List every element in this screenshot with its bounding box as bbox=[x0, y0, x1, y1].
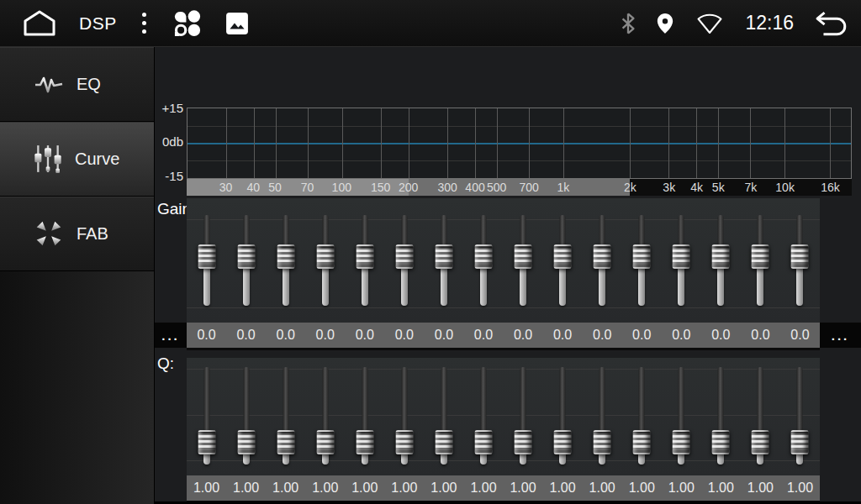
gridline bbox=[188, 160, 851, 161]
q-slider[interactable] bbox=[504, 367, 543, 465]
slider-track bbox=[796, 453, 803, 465]
slider-thumb[interactable] bbox=[277, 244, 294, 269]
slider-thumb[interactable] bbox=[554, 430, 572, 454]
sidebar-item-fab[interactable]: FAB bbox=[0, 197, 154, 271]
q-slider[interactable] bbox=[543, 367, 583, 465]
slider-thumb[interactable] bbox=[515, 244, 532, 269]
gain-slider[interactable] bbox=[226, 215, 266, 306]
gain-slider[interactable] bbox=[780, 215, 820, 306]
back-icon[interactable] bbox=[814, 10, 848, 37]
slider-thumb[interactable] bbox=[198, 244, 215, 269]
slider-thumb[interactable] bbox=[198, 430, 215, 454]
apps-clover-icon[interactable] bbox=[172, 8, 203, 39]
gain-value: 0.0 bbox=[187, 323, 226, 348]
gain-slider[interactable] bbox=[583, 215, 622, 306]
slider-thumb[interactable] bbox=[791, 430, 809, 454]
q-slider-panel bbox=[187, 358, 820, 475]
gain-slider[interactable] bbox=[504, 215, 543, 306]
home-icon[interactable] bbox=[22, 9, 57, 38]
slider-thumb[interactable] bbox=[712, 430, 730, 454]
gridline bbox=[718, 108, 719, 178]
slider-track bbox=[401, 267, 408, 306]
overflow-menu-icon[interactable] bbox=[139, 9, 150, 37]
slider-track bbox=[758, 215, 763, 247]
sidebar-item-curve[interactable]: Curve bbox=[0, 122, 154, 197]
eq-graph-plot[interactable] bbox=[187, 108, 852, 179]
q-slider[interactable] bbox=[463, 367, 503, 465]
gain-slider[interactable] bbox=[424, 215, 463, 306]
slider-thumb[interactable] bbox=[515, 430, 532, 454]
q-slider[interactable] bbox=[741, 367, 780, 465]
gain-slider[interactable] bbox=[345, 215, 384, 306]
gain-value: 0.0 bbox=[780, 323, 820, 348]
gain-more-left-button[interactable]: ... bbox=[155, 323, 187, 348]
gain-value: 0.0 bbox=[741, 323, 780, 348]
q-slider[interactable] bbox=[780, 367, 820, 465]
gain-value: 0.0 bbox=[226, 323, 266, 348]
slider-thumb[interactable] bbox=[594, 244, 611, 269]
slider-track bbox=[243, 453, 250, 465]
gain-slider-panel bbox=[187, 198, 820, 323]
slider-thumb[interactable] bbox=[395, 244, 413, 269]
gallery-icon[interactable] bbox=[225, 12, 249, 35]
slider-thumb[interactable] bbox=[752, 430, 769, 454]
slider-thumb[interactable] bbox=[435, 244, 452, 269]
q-value: 1.00 bbox=[662, 475, 701, 501]
q-slider[interactable] bbox=[345, 367, 384, 465]
slider-thumb[interactable] bbox=[712, 244, 730, 269]
slider-thumb[interactable] bbox=[633, 244, 651, 269]
slider-thumb[interactable] bbox=[554, 244, 572, 269]
gridline bbox=[381, 108, 382, 178]
gain-slider[interactable] bbox=[701, 215, 741, 306]
q-slider[interactable] bbox=[424, 367, 463, 465]
slider-thumb[interactable] bbox=[237, 244, 255, 269]
slider-track bbox=[203, 267, 210, 306]
q-slider[interactable] bbox=[384, 367, 424, 465]
slider-track bbox=[322, 215, 328, 247]
gain-slider[interactable] bbox=[305, 215, 345, 306]
gain-slider[interactable] bbox=[187, 215, 226, 306]
gain-slider[interactable] bbox=[741, 215, 780, 306]
q-slider[interactable] bbox=[226, 367, 266, 465]
slider-thumb[interactable] bbox=[277, 430, 294, 454]
gain-slider[interactable] bbox=[622, 215, 662, 306]
wifi-icon bbox=[695, 13, 725, 34]
gain-slider[interactable] bbox=[384, 215, 424, 306]
slider-thumb[interactable] bbox=[356, 244, 373, 269]
gain-slider[interactable] bbox=[543, 215, 583, 306]
q-slider[interactable] bbox=[701, 367, 741, 465]
slider-track bbox=[797, 215, 803, 247]
slider-thumb[interactable] bbox=[237, 430, 255, 454]
q-slider[interactable] bbox=[266, 367, 305, 465]
gridline bbox=[226, 108, 227, 178]
bluetooth-icon bbox=[621, 12, 636, 35]
slider-thumb[interactable] bbox=[673, 244, 690, 269]
slider-thumb[interactable] bbox=[316, 244, 334, 269]
slider-thumb[interactable] bbox=[356, 430, 373, 454]
slider-thumb[interactable] bbox=[435, 430, 452, 454]
slider-track bbox=[243, 267, 250, 306]
gain-slider[interactable] bbox=[662, 215, 701, 306]
slider-thumb[interactable] bbox=[474, 430, 492, 454]
sidebar-item-label: FAB bbox=[77, 224, 108, 244]
q-slider[interactable] bbox=[583, 367, 622, 465]
slider-thumb[interactable] bbox=[474, 244, 492, 269]
slider-thumb[interactable] bbox=[395, 430, 413, 454]
q-value: 1.00 bbox=[701, 475, 741, 501]
sidebar-item-eq[interactable]: EQ bbox=[0, 47, 154, 122]
gain-more-right-button[interactable]: ... bbox=[820, 323, 861, 348]
slider-thumb[interactable] bbox=[594, 430, 611, 454]
slider-thumb[interactable] bbox=[316, 430, 334, 454]
q-slider[interactable] bbox=[662, 367, 701, 465]
q-value: 1.00 bbox=[424, 475, 463, 501]
gain-slider[interactable] bbox=[266, 215, 305, 306]
gain-slider[interactable] bbox=[463, 215, 503, 306]
slider-thumb[interactable] bbox=[791, 244, 809, 269]
slider-track bbox=[480, 267, 487, 306]
slider-thumb[interactable] bbox=[673, 430, 690, 454]
slider-thumb[interactable] bbox=[633, 430, 651, 454]
q-slider[interactable] bbox=[305, 367, 345, 465]
slider-thumb[interactable] bbox=[752, 244, 769, 269]
q-slider[interactable] bbox=[622, 367, 662, 465]
q-slider[interactable] bbox=[187, 367, 226, 465]
